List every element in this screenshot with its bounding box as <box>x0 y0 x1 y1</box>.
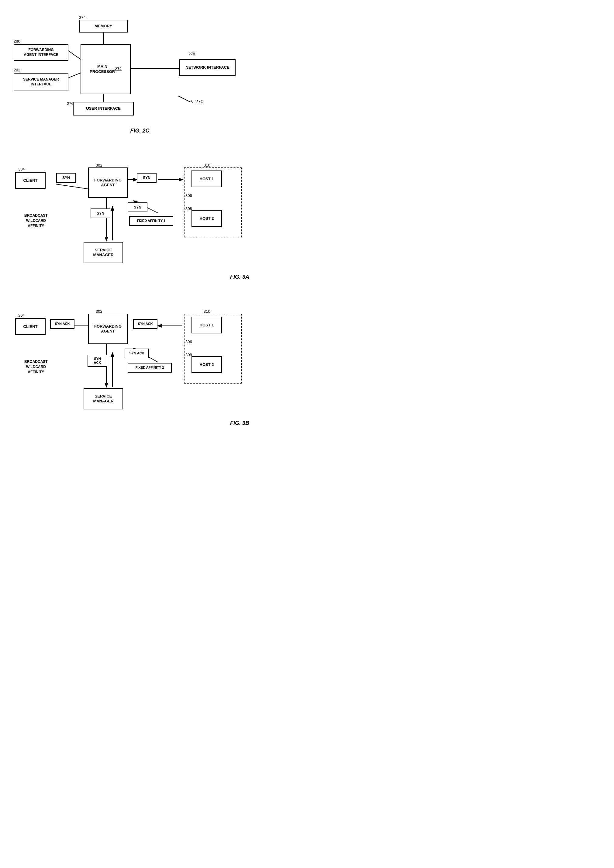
fig3a-ref-306: 306 <box>185 193 192 198</box>
fig3a-client-box: CLIENT <box>15 172 46 189</box>
svg-line-5 <box>178 96 190 102</box>
fig3b-diagram: 304 CLIENT SYN ACK 302 FORWARDINGAGENT S… <box>9 292 271 417</box>
fig2c-section: 274 MEMORY 280 FORWARDINGAGENT INTERFACE… <box>6 12 274 134</box>
fig2c-diagram: 274 MEMORY 280 FORWARDINGAGENT INTERFACE… <box>9 12 271 125</box>
service-manager-box: SERVICE MANAGERINTERFACE <box>14 73 68 91</box>
ref-282: 282 <box>14 68 20 72</box>
fig3b-ref-308: 308 <box>185 353 192 357</box>
fig3b-ref-310: 310 <box>204 309 210 314</box>
network-interface-box: NETWORK INTERFACE <box>179 59 236 76</box>
fig3a-syn-down: SYN <box>91 208 110 218</box>
fig3a-ref-310: 310 <box>204 163 210 167</box>
fig2c-label: FIG. 2C <box>6 128 274 134</box>
fig3b-host2-box: HOST 2 <box>191 356 222 373</box>
fig3a-syn-up: SYN <box>128 202 147 212</box>
fig3a-forwarding-agent-box: FORWARDINGAGENT <box>88 167 128 198</box>
fig3b-synack-client: SYN ACK <box>50 319 74 329</box>
fig3b-ref-304: 304 <box>18 313 25 318</box>
fig3b-synack-down: SYNACK <box>88 355 107 367</box>
ref-270: ↖ 270 <box>190 99 203 105</box>
fig3a-diagram: 304 CLIENT SYN 302 FORWARDINGAGENT SYN S… <box>9 146 271 271</box>
ref-280: 280 <box>14 39 20 43</box>
ref-278: 278 <box>188 52 195 56</box>
ref-274: 274 <box>79 15 86 20</box>
fig3a-ref-308: 308 <box>185 206 192 211</box>
fig3a-syn-right: SYN <box>137 173 157 183</box>
main-processor-box: MAINPROCESSOR272 <box>81 44 131 94</box>
fig3b-fixed-affinity: FIXED AFFINITY 2 <box>128 363 172 373</box>
fig3b-forwarding-agent-box: FORWARDINGAGENT <box>88 314 128 344</box>
forwarding-agent-box: FORWARDINGAGENT INTERFACE <box>14 44 68 61</box>
fig3b-label: FIG. 3B <box>6 420 249 426</box>
fig3b-ref-302: 302 <box>96 309 102 314</box>
fig3a-fixed-affinity: FIXED AFFINITY 1 <box>129 216 173 226</box>
fig3b-section: 304 CLIENT SYN ACK 302 FORWARDINGAGENT S… <box>6 292 274 426</box>
fig3b-ref-306: 306 <box>185 339 192 344</box>
fig3b-synack-host: SYN ACK <box>133 319 157 329</box>
fig3b-broadcast-text: BROADCASTWILDCARDAFFINITY <box>24 359 48 374</box>
fig3a-ref-302: 302 <box>96 163 102 167</box>
fig3a-host2-box: HOST 2 <box>191 210 222 227</box>
fig3b-synack-up: SYN ACK <box>125 349 149 358</box>
user-interface-box: USER INTERFACE <box>73 102 134 115</box>
ref-276: 276 <box>67 101 74 106</box>
fig3b-host1-box: HOST 1 <box>191 317 222 333</box>
fig3b-client-box: CLIENT <box>15 318 46 335</box>
fig3b-service-manager-box: SERVICEMANAGER <box>84 388 123 409</box>
fig3a-host1-box: HOST 1 <box>191 170 222 187</box>
fig3a-service-manager-box: SERVICEMANAGER <box>84 242 123 263</box>
memory-box: MEMORY <box>79 20 128 33</box>
fig3a-ref-304: 304 <box>18 167 25 171</box>
fig3a-label: FIG. 3A <box>6 274 249 280</box>
fig3a-section: 304 CLIENT SYN 302 FORWARDINGAGENT SYN S… <box>6 146 274 280</box>
fig3a-syn-client: SYN <box>56 173 76 183</box>
fig3a-broadcast-text: BROADCASTWILDCARDAFFINITY <box>24 213 48 228</box>
